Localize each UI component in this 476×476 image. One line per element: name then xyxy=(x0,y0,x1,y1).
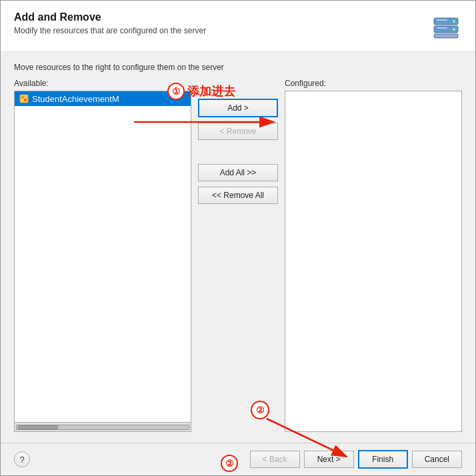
annotation-circle-1: ① xyxy=(167,83,185,100)
available-item-name: StudentAchievementM xyxy=(32,94,119,104)
available-label: Available: xyxy=(14,79,191,88)
finish-button[interactable]: Finish xyxy=(358,450,408,469)
list-item[interactable]: StudentAchievementM xyxy=(15,91,191,106)
action-buttons-column: Add > < Remove Add All >> << Remove All xyxy=(191,79,285,432)
dialog-body: Move resources to the right to configure… xyxy=(1,52,475,443)
dialog-header: Add and Remove Modify the resources that… xyxy=(1,1,475,52)
available-column: Available: StudentAchievementM xyxy=(14,79,191,432)
columns-area: Available: StudentAchievementM xyxy=(14,79,462,432)
configured-label: Configured: xyxy=(285,79,462,88)
svg-rect-11 xyxy=(24,99,27,101)
configured-column: Configured: xyxy=(285,79,462,432)
svg-rect-5 xyxy=(437,19,447,21)
main-area: ① 添加进去 Available: xyxy=(14,79,462,432)
configured-list[interactable] xyxy=(285,91,462,432)
svg-rect-6 xyxy=(437,27,447,29)
svg-point-4 xyxy=(453,28,455,31)
help-button[interactable]: ? xyxy=(14,451,30,467)
dialog: Add and Remove Modify the resources that… xyxy=(0,0,476,476)
dialog-footer: ? < Back Next > Finish Cancel xyxy=(1,443,475,475)
available-scrollbar[interactable] xyxy=(14,423,191,432)
svg-point-3 xyxy=(453,20,455,23)
annotation-circle-2: ② xyxy=(221,455,238,472)
add-all-button[interactable]: Add All >> xyxy=(198,164,278,181)
footer-buttons: < Back Next > Finish Cancel xyxy=(250,450,462,469)
module-icon xyxy=(19,93,29,104)
cancel-button[interactable]: Cancel xyxy=(412,451,462,468)
available-list[interactable]: StudentAchievementM xyxy=(14,91,191,423)
remove-all-button[interactable]: << Remove All xyxy=(198,187,278,204)
svg-rect-2 xyxy=(434,34,458,38)
add-button[interactable]: Add > xyxy=(198,99,278,117)
annotation-1: ① 添加进去 xyxy=(167,83,235,100)
instruction-text: Move resources to the right to configure… xyxy=(14,63,462,72)
back-button[interactable]: < Back xyxy=(250,451,300,468)
server-icon xyxy=(430,11,462,43)
dialog-title: Add and Remove xyxy=(14,11,422,23)
annotation-text-1: 添加进去 xyxy=(187,83,235,99)
remove-button[interactable]: < Remove xyxy=(198,123,278,140)
svg-rect-10 xyxy=(21,96,24,99)
annotation-2: ② xyxy=(221,455,238,472)
next-button[interactable]: Next > xyxy=(304,451,354,468)
dialog-subtitle: Modify the resources that are configured… xyxy=(14,26,422,35)
